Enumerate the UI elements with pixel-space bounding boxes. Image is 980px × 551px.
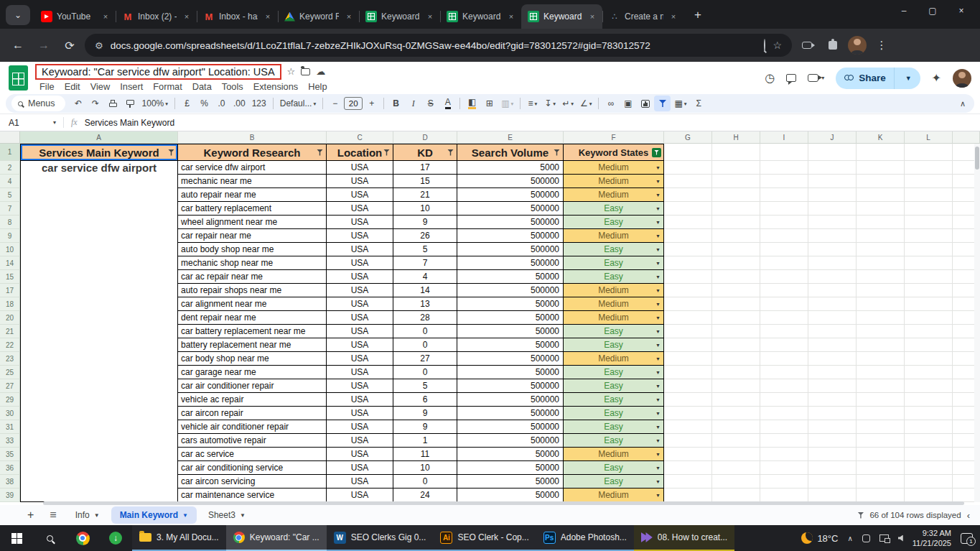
tab-close-icon[interactable]: ×	[587, 11, 598, 22]
row-header-33[interactable]: 33	[0, 434, 20, 448]
cell-main-keyword[interactable]: car service dfw airport	[20, 161, 178, 175]
dropdown-arrow-icon[interactable]: ▼	[655, 220, 661, 225]
menu-data[interactable]: Data	[188, 80, 216, 93]
empty-cell[interactable]	[664, 161, 712, 175]
empty-cell[interactable]	[808, 489, 857, 502]
empty-cell[interactable]	[712, 407, 760, 420]
cell-kd[interactable]: 0	[393, 366, 457, 379]
empty-cell[interactable]	[760, 144, 808, 161]
menu-tools[interactable]: Tools	[218, 80, 248, 93]
browser-tab[interactable]: MInbox - hasa...×	[197, 4, 278, 29]
row-header-29[interactable]: 29	[0, 393, 20, 407]
share-button[interactable]: Share ▼	[836, 68, 920, 89]
empty-cell[interactable]	[808, 352, 857, 366]
dropdown-arrow-icon[interactable]: ▼	[655, 206, 661, 211]
empty-cell[interactable]	[760, 461, 808, 475]
empty-cell[interactable]	[712, 325, 760, 338]
cell-keyword[interactable]: auto body shop near me	[178, 243, 327, 256]
cell-keyword-state-dropdown[interactable]: Easy▼	[564, 270, 664, 284]
cell-keyword-state-dropdown[interactable]: Easy▼	[564, 434, 664, 448]
cell-search-volume[interactable]: 500000	[457, 352, 564, 366]
empty-cell[interactable]	[664, 270, 712, 284]
empty-cell[interactable]	[664, 338, 712, 352]
dropdown-arrow-icon[interactable]: ▼	[655, 438, 661, 443]
column-header-C[interactable]: C	[327, 131, 393, 144]
menu-help[interactable]: Help	[304, 80, 331, 93]
empty-cell[interactable]	[857, 434, 905, 448]
format-currency-button[interactable]: £	[179, 96, 195, 111]
taskbar-app-illustrator[interactable]: AiSEO Clerk - Cop...	[433, 525, 536, 551]
empty-cell[interactable]	[857, 243, 905, 256]
header-location[interactable]: Location	[327, 144, 393, 161]
empty-cell[interactable]	[857, 311, 905, 325]
empty-cell[interactable]	[857, 407, 905, 420]
cell-keyword[interactable]: car aircon repair	[178, 407, 327, 420]
cell-keyword[interactable]: car aircon servicing	[178, 475, 327, 489]
empty-cell[interactable]	[760, 448, 808, 461]
cell-location[interactable]: USA	[327, 338, 393, 352]
tray-expand-icon[interactable]: ∧	[847, 534, 852, 542]
empty-cell[interactable]	[857, 161, 905, 175]
tab-close-icon[interactable]: ×	[181, 11, 192, 22]
horizontal-align-button[interactable]: ≡▾	[524, 96, 541, 111]
empty-cell[interactable]	[760, 393, 808, 407]
empty-cell[interactable]	[808, 297, 857, 311]
empty-cell[interactable]	[857, 216, 905, 229]
empty-cell[interactable]	[712, 434, 760, 448]
sheet-tab-menu-icon[interactable]: ▼	[240, 512, 246, 519]
empty-cell[interactable]	[664, 489, 712, 502]
empty-cell[interactable]	[664, 188, 712, 202]
empty-cell[interactable]	[760, 202, 808, 216]
empty-cell[interactable]	[857, 297, 905, 311]
insert-comment-button[interactable]: ▣	[620, 96, 636, 111]
bold-button[interactable]: B	[388, 96, 404, 111]
cell-kd[interactable]: 9	[393, 420, 457, 434]
camera-icon[interactable]	[796, 34, 818, 56]
row-header-14[interactable]: 14	[0, 256, 20, 270]
empty-cell[interactable]	[712, 461, 760, 475]
empty-cell[interactable]	[905, 489, 953, 502]
cell-keyword-state-dropdown[interactable]: Easy▼	[564, 338, 664, 352]
cell-kd[interactable]: 1	[393, 434, 457, 448]
empty-cell[interactable]	[857, 420, 905, 434]
cell-main-keyword[interactable]	[20, 393, 178, 407]
empty-cell[interactable]	[808, 284, 857, 297]
empty-cell[interactable]	[760, 161, 808, 175]
dropdown-arrow-icon[interactable]: ▼	[655, 315, 661, 320]
empty-cell[interactable]	[664, 284, 712, 297]
cell-kd[interactable]: 13	[393, 297, 457, 311]
empty-cell[interactable]	[712, 393, 760, 407]
row-header-18[interactable]: 18	[0, 297, 20, 311]
row-header-27[interactable]: 27	[0, 379, 20, 393]
weather-widget[interactable]: 18°C	[801, 532, 838, 544]
empty-cell[interactable]	[905, 461, 953, 475]
empty-cell[interactable]	[712, 338, 760, 352]
empty-cell[interactable]	[760, 420, 808, 434]
paint-format-button[interactable]	[122, 96, 139, 111]
vertical-scrollbar[interactable]	[974, 144, 980, 502]
empty-cell[interactable]	[712, 297, 760, 311]
cell-keyword-state-dropdown[interactable]: Easy▼	[564, 243, 664, 256]
functions-button[interactable]: Σ	[691, 96, 707, 111]
empty-cell[interactable]	[905, 161, 953, 175]
row-header-7[interactable]: 7	[0, 202, 20, 216]
cell-keyword[interactable]: car body shop near me	[178, 352, 327, 366]
cell-kd[interactable]: 26	[393, 229, 457, 243]
row-header-31[interactable]: 31	[0, 420, 20, 434]
undo-button[interactable]: ↶	[70, 96, 87, 111]
tab-search-chevron-icon[interactable]: ⌄	[6, 5, 30, 25]
empty-cell[interactable]	[808, 175, 857, 188]
move-folder-icon[interactable]	[301, 68, 310, 75]
cell-main-keyword[interactable]	[20, 311, 178, 325]
empty-cell[interactable]	[664, 475, 712, 489]
cell-main-keyword[interactable]	[20, 175, 178, 188]
cell-search-volume[interactable]: 500000	[457, 393, 564, 407]
empty-cell[interactable]	[664, 216, 712, 229]
row-header-20[interactable]: 20	[0, 311, 20, 325]
browser-tab[interactable]: Keywoard: "...×	[359, 4, 440, 29]
cell-search-volume[interactable]: 5000	[457, 161, 564, 175]
empty-cell[interactable]	[905, 202, 953, 216]
empty-cell[interactable]	[905, 393, 953, 407]
cell-main-keyword[interactable]	[20, 420, 178, 434]
empty-cell[interactable]	[808, 420, 857, 434]
